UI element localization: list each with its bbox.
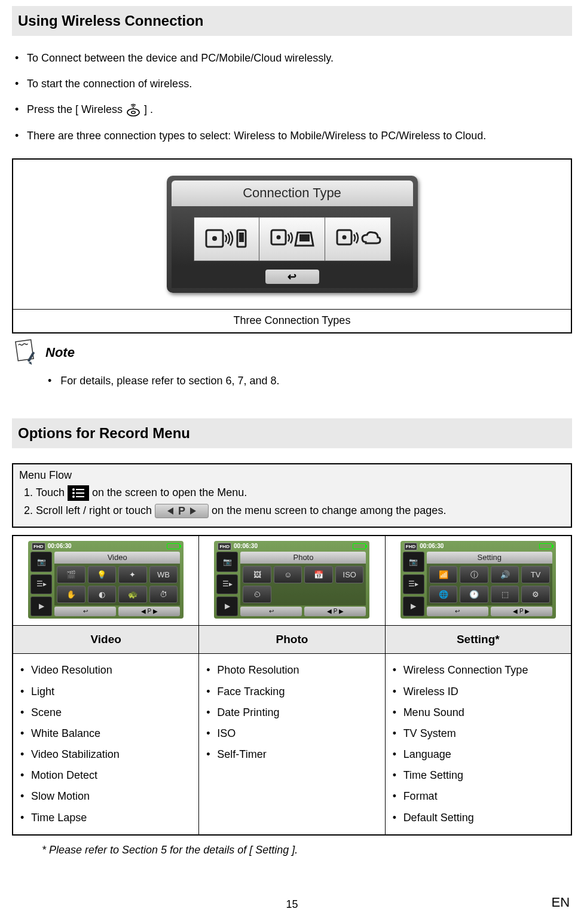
connection-type-figure: Connection Type (12, 158, 572, 333)
menuflow-step-1: Touch on the screen to open the Menu. (36, 485, 565, 501)
connection-option-pc (259, 217, 325, 261)
svg-rect-18 (76, 492, 84, 494)
svg-point-15 (72, 488, 75, 491)
thumb-title-video: Video (54, 552, 180, 564)
page-number: 15 (200, 897, 385, 912)
opt-photo-2: Date Printing (203, 702, 381, 723)
svg-rect-20 (76, 496, 84, 497)
setting-footnote: * Please refer to Section 5 for the deta… (42, 843, 572, 858)
svg-point-17 (72, 492, 75, 494)
col-header-video: Video (13, 625, 199, 654)
step2-pre: Scroll left / right or touch (36, 504, 155, 516)
bullet-1: To Connect between the device and PC/Mob… (12, 51, 572, 66)
bullet-2: To start the connection of wireless. (12, 77, 572, 91)
thumb-photo: FHD00:06:30 📷☰▸▶ Photo 🖼☺📅ISO ⏲ ↩◀ P ▶ (214, 541, 369, 619)
svg-point-19 (72, 495, 75, 498)
bullet-3-post: ] . (144, 103, 153, 115)
col-header-setting: Setting* (385, 625, 571, 654)
video-options: Video Resolution Light Scene White Balan… (13, 654, 199, 835)
opt-setting-3: TV System (389, 723, 567, 744)
connection-option-mobile (194, 217, 259, 261)
section-title-wireless: Using Wireless Connection (12, 6, 572, 36)
photo-options: Photo Resolution Face Tracking Date Prin… (199, 654, 385, 835)
opt-setting-7: Default Setting (389, 807, 567, 828)
record-menu-table: FHD00:06:30 📷☰▸▶ Video 🎬💡✦WB ✋◐🐢⏱ ↩◀ P ▶… (12, 535, 572, 836)
menuflow-step-2: Scroll left / right or touch P on the me… (36, 503, 565, 518)
opt-setting-0: Wireless Connection Type (389, 660, 567, 681)
svg-point-1 (132, 111, 136, 114)
thumb-title-photo: Photo (240, 552, 366, 564)
setting-options: Wireless Connection Type Wireless ID Men… (385, 654, 571, 835)
page-letter: P (178, 504, 185, 519)
bullet-3: Press the [ Wireless ] . (12, 102, 572, 118)
note-title: Note (45, 344, 75, 362)
thumb-timestamp-3: 00:06:30 (420, 542, 444, 550)
thumb-title-setting: Setting (427, 552, 552, 564)
note-block: Note For details, please refer to sectio… (12, 337, 572, 388)
page-footer: 15 EN (12, 894, 572, 912)
section-title-record: Options for Record Menu (12, 418, 572, 448)
thumb-timestamp-2: 00:06:30 (234, 542, 258, 550)
thumb-timestamp: 00:06:30 (48, 542, 72, 550)
device-title: Connection Type (172, 180, 413, 206)
wireless-icon (126, 102, 141, 118)
opt-photo-4: Self-Timer (203, 744, 381, 765)
note-icon (12, 337, 39, 369)
opt-setting-6: Format (389, 786, 567, 807)
svg-rect-9 (299, 234, 310, 241)
bullet-4: There are three connection types to sele… (12, 128, 572, 143)
opt-video-6: Slow Motion (17, 786, 195, 807)
opt-video-5: Motion Detect (17, 765, 195, 786)
menu-icon (68, 485, 89, 501)
figure-caption: Three Connection Types (13, 309, 571, 332)
thumb-video: FHD00:06:30 📷☰▸▶ Video 🎬💡✦WB ✋◐🐢⏱ ↩◀ P ▶ (28, 541, 184, 619)
bullet-3-pre: Press the [ Wireless (27, 103, 126, 115)
svg-point-11 (343, 235, 347, 240)
col-header-photo: Photo (199, 625, 385, 654)
svg-point-4 (212, 236, 217, 241)
thumb-video-cell: FHD00:06:30 📷☰▸▶ Video 🎬💡✦WB ✋◐🐢⏱ ↩◀ P ▶ (13, 536, 199, 625)
note-item-1: For details, please refer to section 6, … (48, 374, 572, 388)
menu-flow-title: Menu Flow (19, 468, 565, 483)
thumb-setting-cell: FHD00:06:30 📷☰▸▶ Setting 📶ⓘ🔊TV 🌐🕐⬚⚙ ↩◀ P… (385, 536, 571, 625)
wireless-bullets: To Connect between the device and PC/Mob… (12, 51, 572, 144)
opt-video-7: Time Lapse (17, 807, 195, 828)
opt-setting-5: Time Setting (389, 765, 567, 786)
opt-setting-4: Language (389, 744, 567, 765)
svg-rect-6 (239, 232, 244, 242)
connection-option-cloud (325, 217, 391, 261)
opt-setting-1: Wireless ID (389, 681, 567, 702)
step2-post: on the menu screen to change among the p… (212, 504, 446, 516)
opt-video-4: Video Stabilization (17, 744, 195, 765)
opt-video-3: White Balance (17, 723, 195, 744)
menu-flow-box: Menu Flow Touch on the screen to open th… (12, 463, 572, 528)
opt-photo-0: Photo Resolution (203, 660, 381, 681)
device-screen: Connection Type (167, 176, 418, 293)
step1-post: on the screen to open the Menu. (92, 487, 247, 498)
language-indicator: EN (384, 894, 570, 912)
thumb-setting: FHD00:06:30 📷☰▸▶ Setting 📶ⓘ🔊TV 🌐🕐⬚⚙ ↩◀ P… (400, 541, 556, 619)
page-nav-icon: P (155, 504, 209, 518)
svg-point-0 (127, 109, 139, 116)
step1-pre: Touch (36, 487, 68, 498)
opt-setting-2: Menu Sound (389, 702, 567, 723)
return-button: ↩ (265, 270, 319, 284)
svg-point-2 (133, 107, 134, 108)
opt-photo-1: Face Tracking (203, 681, 381, 702)
opt-video-2: Scene (17, 702, 195, 723)
svg-rect-16 (76, 489, 84, 490)
thumb-photo-cell: FHD00:06:30 📷☰▸▶ Photo 🖼☺📅ISO ⏲ ↩◀ P ▶ (199, 536, 385, 625)
opt-video-1: Light (17, 681, 195, 702)
opt-photo-3: ISO (203, 723, 381, 744)
opt-video-0: Video Resolution (17, 660, 195, 681)
svg-point-8 (277, 235, 281, 240)
